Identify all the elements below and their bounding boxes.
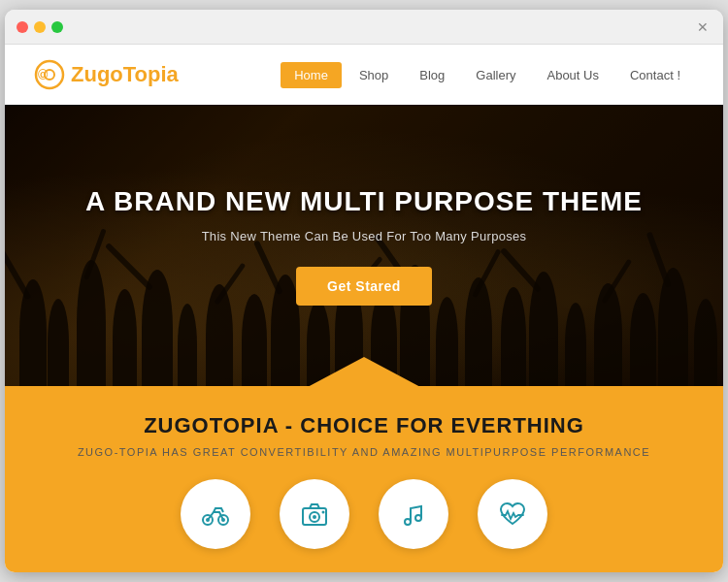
svg-point-6 <box>221 518 225 522</box>
svg-point-11 <box>405 519 411 525</box>
heartbeat-circle[interactable] <box>478 479 547 549</box>
logo-dark: Zugo <box>71 62 123 86</box>
hero-content: A BRAND NEW MULTI PURPOSE THEME This New… <box>5 105 723 386</box>
dot-yellow[interactable] <box>34 21 46 33</box>
svg-text:©: © <box>38 67 49 82</box>
section-subtitle: ZUGO-TOPIA HAS GREAT CONVERTIBILITY AND … <box>78 446 650 458</box>
yellow-section: ZUGOTOPIA - CHOICE FOR EVERTHING ZUGO-TO… <box>5 386 723 572</box>
music-icon <box>398 499 429 530</box>
nav-contact[interactable]: Contact ! <box>616 62 694 88</box>
website: © ZugoTopia Home Shop Blog Gallery About… <box>5 45 723 572</box>
hero-section: A BRAND NEW MULTI PURPOSE THEME This New… <box>5 105 723 386</box>
nav-gallery[interactable]: Gallery <box>462 62 529 88</box>
svg-point-5 <box>206 518 210 522</box>
svg-point-10 <box>322 511 325 514</box>
dot-green[interactable] <box>51 21 63 33</box>
dot-red[interactable] <box>17 21 28 33</box>
camera-icon <box>299 499 330 530</box>
site-header: © ZugoTopia Home Shop Blog Gallery About… <box>5 45 723 105</box>
icon-circles <box>181 479 547 549</box>
nav-about[interactable]: About Us <box>533 62 612 88</box>
music-circle[interactable] <box>379 479 448 549</box>
nav-blog[interactable]: Blog <box>406 62 458 88</box>
svg-point-12 <box>415 515 421 521</box>
nav-menu: Home Shop Blog Gallery About Us Contact … <box>281 62 694 88</box>
close-icon[interactable]: ✕ <box>697 19 709 35</box>
logo-accent: Topia <box>123 62 179 86</box>
browser-chrome: ✕ <box>5 10 723 45</box>
get-started-button[interactable]: Get Stared <box>296 267 432 306</box>
svg-point-9 <box>313 515 316 519</box>
camera-circle[interactable] <box>280 479 349 549</box>
logo-text: ZugoTopia <box>71 62 179 87</box>
browser-window: ✕ © ZugoTopia Home Shop Blog Gallery <box>5 10 723 572</box>
nav-home[interactable]: Home <box>281 62 342 88</box>
hero-subtitle: This New Theme Can Be Used For Too Many … <box>202 229 527 243</box>
browser-dots <box>17 21 63 33</box>
nav-shop[interactable]: Shop <box>346 62 402 88</box>
logo-icon: © <box>34 59 65 90</box>
motorcycle-circle[interactable] <box>181 479 250 549</box>
logo[interactable]: © ZugoTopia <box>34 59 179 90</box>
heartbeat-icon <box>497 499 528 530</box>
section-title: ZUGOTOPIA - CHOICE FOR EVERTHING <box>144 413 584 438</box>
motorcycle-icon <box>200 499 231 530</box>
hero-title: A BRAND NEW MULTI PURPOSE THEME <box>85 186 643 217</box>
